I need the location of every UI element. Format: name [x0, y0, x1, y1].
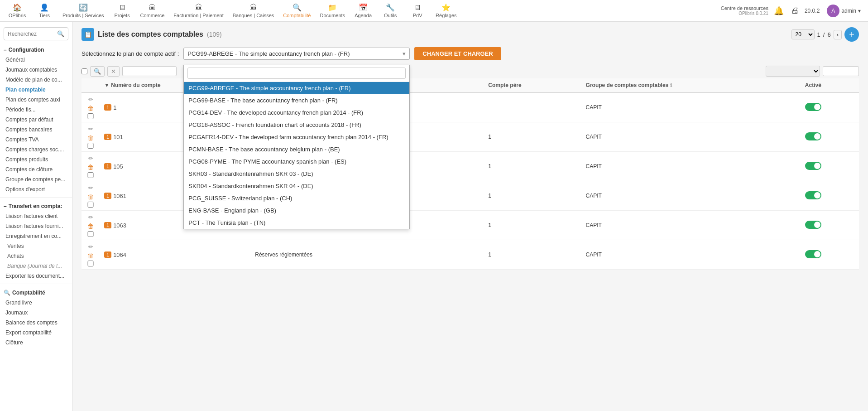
nav-documents[interactable]: 📁 Documents — [315, 1, 350, 20]
sidebar-item-comptes-cloture[interactable]: Comptes de clôture — [0, 164, 72, 174]
sidebar-item-groupe-comptes[interactable]: Groupe de comptes pe... — [0, 174, 72, 184]
nav-agenda[interactable]: 📅 Agenda — [350, 1, 377, 20]
sidebar-item-export[interactable]: Export comptabilité — [0, 328, 72, 338]
nav-outils[interactable]: 🔧 Outils — [377, 1, 404, 20]
sidebar-item-periode[interactable]: Période fis... — [0, 105, 72, 115]
groupe-cell: CAPIT — [581, 211, 801, 240]
plan-dropdown[interactable]: PCG99-ABREGE - The simple accountancy fr… — [183, 48, 410, 60]
edit-button[interactable]: ✏ — [86, 96, 95, 103]
sidebar-item-plan-comptable[interactable]: Plan comptable — [0, 85, 72, 95]
nav-pdv[interactable]: 🖥 PdV — [404, 2, 431, 20]
sidebar-item-general[interactable]: Général — [0, 55, 72, 65]
dropdown-option-7[interactable]: SKR03 - Standardkontenrahmen SKR 03 - (D… — [184, 168, 409, 180]
sidebar-item-modele[interactable]: Modèle de plan de co... — [0, 75, 72, 85]
active-toggle[interactable] — [805, 250, 821, 258]
facturation-icon: 🏛 — [195, 4, 202, 12]
active-toggle[interactable] — [805, 162, 821, 170]
sidebar-item-comptes-defaut[interactable]: Comptes par défaut — [0, 115, 72, 125]
delete-button[interactable]: 🗑 — [86, 163, 95, 171]
sidebar-item-exporter[interactable]: Exporter les document... — [0, 271, 72, 281]
edit-button[interactable]: ✏ — [86, 243, 95, 251]
sidebar-item-comptes-produits[interactable]: Comptes produits — [0, 155, 72, 164]
delete-button[interactable]: 🗑 — [86, 193, 95, 201]
notifications-button[interactable]: 🔔 — [772, 4, 786, 18]
add-record-button[interactable]: + — [844, 27, 859, 42]
sidebar-item-balance[interactable]: Balance des comptes — [0, 318, 72, 328]
sidebar-item-cloture[interactable]: Clôture — [0, 338, 72, 348]
table-search-button[interactable]: 🔍 — [90, 66, 105, 77]
edit-button[interactable]: ✏ — [86, 125, 95, 133]
sidebar-item-grand-livre[interactable]: Grand livre — [0, 298, 72, 308]
dropdown-option-10[interactable]: ENG-BASE - England plan - (GB) — [184, 204, 409, 217]
table-filter-select[interactable] — [766, 66, 820, 77]
nav-comptabilite[interactable]: 🔍 Comptabilité — [278, 1, 315, 20]
nav-reglages[interactable]: ⭐ Réglages — [431, 1, 461, 20]
sidebar-item-plan-auxiliaire[interactable]: Plan des comptes auxi — [0, 95, 72, 105]
row-checkbox[interactable] — [86, 113, 95, 119]
row-checkbox[interactable] — [86, 261, 95, 266]
dropdown-option-11[interactable]: PCT - The Tunisia plan - (TN) — [184, 217, 409, 229]
sidebar-item-comptes-charges[interactable]: Comptes charges soc.... — [0, 145, 72, 155]
delete-button[interactable]: 🗑 — [86, 222, 95, 230]
delete-button[interactable]: 🗑 — [86, 134, 95, 142]
sidebar-section-comptabilite[interactable]: 🔍 Comptabilité — [0, 287, 72, 298]
sidebar-section-transfert[interactable]: – Transfert en compta: — [0, 200, 72, 211]
active-toggle[interactable] — [805, 103, 821, 111]
active-toggle[interactable] — [805, 132, 821, 140]
sidebar-item-comptes-bancaires[interactable]: Comptes bancaires — [0, 125, 72, 135]
delete-button[interactable]: 🗑 — [86, 104, 95, 112]
sidebar-item-ventes[interactable]: Ventes — [0, 241, 72, 251]
nav-produits[interactable]: 🔄 Produits | Services — [58, 1, 109, 20]
sidebar-item-liaison-fournisseur[interactable]: Liaison factures fourni... — [0, 221, 72, 231]
nav-projets[interactable]: 🖥 Projets — [109, 2, 136, 20]
edit-button[interactable]: ✏ — [86, 155, 95, 162]
edit-button[interactable]: ✏ — [86, 184, 95, 192]
per-page-select[interactable]: 20 50 100 — [791, 29, 815, 39]
row-checkbox[interactable] — [86, 202, 95, 208]
dropdown-option-0[interactable]: PCG99-ABREGE - The simple accountancy fr… — [184, 82, 409, 94]
sidebar-item-banque[interactable]: Banque (Journal de t... — [0, 261, 72, 271]
sidebar-item-options-export[interactable]: Options d'export — [0, 184, 72, 194]
table-filter-num[interactable] — [122, 66, 177, 76]
admin-menu[interactable]: A admin ▾ — [823, 3, 864, 19]
active-toggle[interactable] — [805, 221, 821, 229]
sidebar-search-box[interactable]: 🔍 — [4, 27, 68, 40]
nav-facturation[interactable]: 🏛 Facturation | Paiement — [169, 2, 228, 20]
nav-commerce[interactable]: 🏛 Commerce — [136, 2, 169, 20]
row-checkbox[interactable] — [86, 143, 95, 149]
sidebar-item-journaux-compta[interactable]: Journaux — [0, 308, 72, 318]
pagination-next-button[interactable]: › — [834, 30, 842, 39]
dropdown-option-3[interactable]: PCG18-ASSOC - French foundation chart of… — [184, 119, 409, 131]
sidebar-item-enregistrement[interactable]: Enregistrement en co... — [0, 231, 72, 241]
row-checkbox[interactable] — [86, 231, 95, 237]
dropdown-option-4[interactable]: PCGAFR14-DEV - The developed farm accoun… — [184, 131, 409, 143]
changer-charger-button[interactable]: CHANGER ET CHARGER — [414, 47, 501, 60]
dropdown-option-5[interactable]: PCMN-BASE - The base accountancy belgium… — [184, 143, 409, 155]
table-filter-input-sm[interactable] — [823, 66, 859, 76]
documents-icon: 📁 — [328, 3, 337, 12]
page-icon: 📋 — [82, 28, 94, 41]
dropdown-option-2[interactable]: PCG14-DEV - The developed accountancy fr… — [184, 106, 409, 119]
dropdown-option-6[interactable]: PCG08-PYME - The PYME accountancy spanis… — [184, 155, 409, 168]
edit-button[interactable]: ✏ — [86, 213, 95, 221]
nav-banques[interactable]: 🏛 Banques | Caisses — [228, 2, 279, 20]
sidebar-item-liaison-client[interactable]: Liaison factures client — [0, 211, 72, 221]
sidebar-item-journaux[interactable]: Journaux comptables — [0, 65, 72, 75]
delete-button[interactable]: 🗑 — [86, 251, 95, 260]
print-button[interactable]: 🖨 — [789, 4, 801, 17]
nav-home[interactable]: 🏠 OPlibris — [4, 1, 31, 20]
dropdown-option-1[interactable]: PCG99-BASE - The base accountancy french… — [184, 94, 409, 106]
sidebar-search-input[interactable] — [8, 31, 57, 37]
dropdown-search-input[interactable] — [187, 68, 406, 79]
nav-tiers[interactable]: 👤 Tiers — [31, 1, 58, 20]
row-checkbox[interactable] — [86, 172, 95, 178]
dropdown-option-9[interactable]: PCG_SUISSE - Switzerland plan - (CH) — [184, 192, 409, 204]
sidebar-item-achats[interactable]: Achats — [0, 251, 72, 261]
active-toggle[interactable] — [805, 191, 821, 199]
sidebar-section-configuration[interactable]: – Configuration — [0, 44, 72, 55]
sidebar-item-comptes-tva[interactable]: Comptes TVA — [0, 135, 72, 145]
select-all-checkbox[interactable] — [82, 68, 87, 74]
table-clear-button[interactable]: ✕ — [107, 66, 120, 77]
dropdown-option-8[interactable]: SKR04 - Standardkontenrahmen SKR 04 - (D… — [184, 180, 409, 192]
nav-pdv-label: PdV — [413, 13, 422, 18]
